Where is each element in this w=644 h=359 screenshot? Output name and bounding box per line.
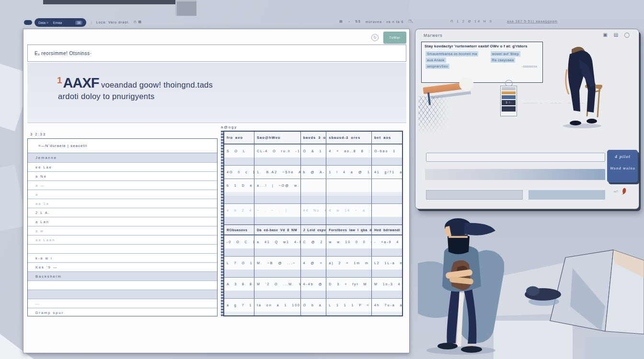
list-header[interactable]: ≈—Nʼduraeie | seacetii bbox=[28, 139, 217, 153]
table-row[interactable]: fro avoSao@hWeobavds 3 otoesbausd-3 ores… bbox=[224, 132, 402, 144]
list-item[interactable]: Backsheim bbox=[28, 271, 217, 280]
table-cell[interactable] bbox=[372, 291, 402, 298]
table-cell[interactable]: a...! | ~O@ w. bbox=[254, 179, 300, 192]
table-cell[interactable]: 4-4b @ bbox=[301, 278, 327, 291]
table-cell[interactable]: a g 7 1 bbox=[224, 299, 254, 312]
panel-cta-button[interactable]: 4 pilot Wand walna bbox=[607, 150, 638, 182]
table-cell[interactable]: a 41 Q w1 4-1 bbox=[254, 236, 300, 248]
table-cell[interactable]: O b a - bbox=[301, 299, 327, 312]
highlight-line[interactable]: Ra caayoaaa bbox=[491, 57, 516, 63]
currency-icon[interactable]: ⇅$ bbox=[355, 20, 361, 23]
table-cell[interactable] bbox=[301, 248, 327, 256]
table-cell[interactable] bbox=[372, 179, 402, 192]
table-header-cell[interactable]: fro avo bbox=[224, 132, 254, 144]
table-row[interactable]: b 1 D e 1a...! | ~O@ w. bbox=[224, 179, 402, 192]
list-item[interactable]: aa Laan bbox=[28, 235, 217, 244]
table-header-cell[interactable]: Sao@hWeo bbox=[254, 132, 300, 144]
address-text[interactable]: Loca: Varo drast. bbox=[96, 21, 130, 24]
table-cell[interactable] bbox=[372, 217, 402, 224]
table-cell[interactable] bbox=[224, 248, 254, 256]
table-cell[interactable] bbox=[224, 217, 254, 224]
list-item[interactable]: ee Lae bbox=[28, 162, 217, 171]
table-row[interactable]: RObuasovsDa ed-base Vd 8 NMJ Leid espveo… bbox=[224, 224, 402, 235]
table-cell[interactable]: M 1n-3 4 bbox=[372, 278, 402, 291]
list-item[interactable] bbox=[28, 244, 217, 253]
table-cell[interactable] bbox=[254, 312, 300, 315]
table-cell[interactable] bbox=[326, 157, 372, 165]
table-cell[interactable] bbox=[301, 312, 327, 315]
table-cell[interactable]: 1. B.A2 ~She Ab' bbox=[254, 166, 300, 179]
table-cell[interactable]: L2 1L-a m bbox=[372, 257, 402, 269]
table-cell[interactable]: w w 10 0 0 4g bbox=[326, 236, 372, 248]
table-row[interactable] bbox=[224, 291, 402, 298]
table-cell[interactable] bbox=[224, 157, 254, 165]
table-row[interactable]: 4 b 2 4~ . ~ . |44 No 44 w 14 ~ a ~ bbox=[224, 203, 402, 217]
table-row[interactable] bbox=[224, 196, 402, 203]
table-cell[interactable] bbox=[254, 248, 300, 256]
panel-input-field[interactable] bbox=[426, 153, 605, 162]
table-cell[interactable]: L 7 O 1 bbox=[224, 257, 254, 269]
table-cell[interactable] bbox=[224, 291, 254, 298]
table-cell[interactable] bbox=[224, 269, 254, 277]
table-cell[interactable]: 4O 0 c 1 bbox=[224, 166, 254, 179]
table-cell[interactable]: S O L bbox=[224, 145, 254, 157]
list-item[interactable]: 2 L A. bbox=[28, 208, 217, 217]
table-cell[interactable]: 4 w 14 ~ a ~ bbox=[326, 204, 372, 217]
table-cell[interactable]: 4h 7u-a a bbox=[372, 299, 402, 312]
panel-progress-bar[interactable] bbox=[425, 169, 605, 180]
table-row[interactable] bbox=[224, 269, 402, 277]
table-cell[interactable] bbox=[254, 269, 300, 277]
table-cell[interactable] bbox=[301, 269, 327, 277]
table-cell[interactable]: 1 ! 4 a @ 1 D bbox=[326, 166, 372, 179]
list-item[interactable]: k-a w i bbox=[28, 253, 217, 262]
table-header-cell[interactable]: Hed bdrwandi bbox=[372, 225, 402, 235]
table-header-cell[interactable]: bet aos bbox=[372, 132, 402, 144]
table-cell[interactable] bbox=[224, 192, 254, 196]
table-cell[interactable] bbox=[326, 291, 372, 298]
list-item[interactable]: Kek '9 — bbox=[28, 262, 217, 271]
table-cell[interactable] bbox=[326, 248, 372, 256]
table-cell[interactable] bbox=[326, 217, 372, 224]
highlight-line[interactable]: aua Anaok bbox=[426, 57, 446, 63]
table-cell[interactable] bbox=[224, 312, 254, 315]
table-cell[interactable] bbox=[301, 192, 327, 196]
table-cell[interactable] bbox=[326, 192, 372, 196]
table-cell[interactable] bbox=[254, 192, 300, 196]
table-row[interactable] bbox=[224, 217, 402, 224]
list-item[interactable]: Dramp spur bbox=[28, 308, 217, 316]
table-cell[interactable]: 41 g/71 a bbox=[372, 166, 402, 179]
toolbar-icon-group[interactable]: Π 1 2 Ø 14 H 0 bbox=[450, 20, 493, 23]
list-item[interactable] bbox=[28, 290, 217, 299]
mini-action[interactable]: tu? bbox=[614, 187, 629, 196]
table-cell[interactable] bbox=[301, 179, 327, 192]
table-cell[interactable] bbox=[254, 196, 300, 203]
table-cell[interactable] bbox=[372, 192, 402, 196]
table-row[interactable] bbox=[224, 192, 402, 196]
table-cell[interactable] bbox=[224, 196, 254, 203]
table-cell[interactable]: 44 No 4 bbox=[301, 204, 327, 217]
list-item[interactable]: a w bbox=[28, 226, 217, 235]
table-header-cell[interactable]: Da ed-base Vd 8 NM bbox=[254, 225, 300, 235]
list-item[interactable]: Jemanne bbox=[28, 153, 217, 162]
table-cell[interactable] bbox=[254, 157, 300, 165]
table-cell[interactable]: CL-4 O ru.n -1 bbox=[254, 145, 300, 157]
table-cell[interactable] bbox=[254, 217, 300, 224]
address-icons[interactable]: ⎙ ▤ bbox=[134, 20, 142, 24]
table-row[interactable]: 4O 0 c 11. B.A2 ~She Ab'b @ A-1 ! 4 a @ … bbox=[224, 165, 402, 179]
table-header-cell[interactable]: RObuasovs bbox=[224, 225, 254, 235]
table-row[interactable]: S O LCL-4 O ru.n -1O & 14 + ao,.8 8 : 1O… bbox=[224, 144, 402, 157]
gear-icon[interactable]: ◔ bbox=[348, 20, 350, 23]
table-cell[interactable] bbox=[254, 291, 300, 298]
table-cell[interactable]: - +a-9 4 bbox=[372, 236, 402, 248]
copy-icon[interactable]: ❐₁ bbox=[408, 20, 414, 23]
table-cell[interactable]: ta on a 1 100 tu. bbox=[254, 299, 300, 312]
list-item[interactable]: a — bbox=[28, 180, 217, 190]
highlight-line[interactable]: Smauemfsansa os booneli ma bbox=[426, 51, 478, 56]
table-cell[interactable] bbox=[301, 157, 327, 165]
reload-icon[interactable]: ↻ bbox=[371, 34, 379, 41]
list-item[interactable]: a Lan bbox=[28, 217, 217, 226]
table-row[interactable]: a g 7 1ta on a 1 100 tu.O b a -L 1 1 1 F… bbox=[224, 298, 402, 312]
table-cell[interactable] bbox=[326, 179, 372, 192]
table-cell[interactable]: O & 1 bbox=[301, 145, 327, 157]
table-row[interactable] bbox=[224, 312, 402, 315]
